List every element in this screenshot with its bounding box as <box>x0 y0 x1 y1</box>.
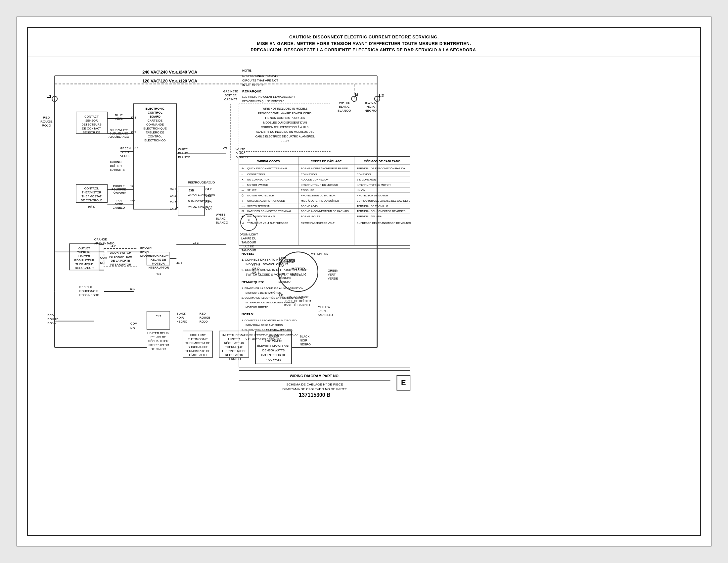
svg-text:DIAGRAMA DE CABLEADO NO DE PAR: DIAGRAMA DE CABLEADO NO DE PARTE <box>282 387 347 391</box>
svg-text:OUTLET: OUTLET <box>78 247 90 250</box>
svg-text:FIL NON COMPRIS POUR LES: FIL NON COMPRIS POUR LES <box>265 116 305 119</box>
svg-text:CABINET: CABINET <box>224 98 237 101</box>
svg-text:PROTECTOR DE MOTOR: PROTECTOR DE MOTOR <box>357 194 388 197</box>
svg-text:N: N <box>355 92 358 97</box>
svg-text:SENSOR: SENSOR <box>85 119 98 122</box>
svg-text:4700 WATS: 4700 WATS <box>266 358 281 361</box>
svg-text:VERDE: VERDE <box>328 277 338 280</box>
svg-text:SCHÉMA DE CÂBLAGE N° DE PIÈCE: SCHÉMA DE CÂBLAGE N° DE PIÈCE <box>286 383 343 386</box>
svg-text:RED\ROUGE\ROJO: RED\ROUGE\ROJO <box>188 181 215 184</box>
svg-text:J2-5: J2-5 <box>130 200 135 203</box>
svg-text:TERMOSTATO DE: TERMOSTATO DE <box>185 350 210 353</box>
svg-text:DE CALOR: DE CALOR <box>151 348 166 351</box>
svg-text:LAMPE DU: LAMPE DU <box>241 237 256 240</box>
svg-text:WIRING CODES: WIRING CODES <box>257 160 280 163</box>
svg-text:THERMOSTAT DE: THERMOSTAT DE <box>185 342 210 345</box>
svg-text:BLUE/WHITE: BLUE/WHITE <box>110 128 128 132</box>
svg-text:THERMOSTAT: THERMOSTAT <box>81 195 102 198</box>
svg-text:CÓDIGOS DE CABLEADO: CÓDIGOS DE CABLEADO <box>364 159 400 163</box>
svg-text:CHASSIS (CABINET) GROUND: CHASSIS (CABINET) GROUND <box>247 199 285 202</box>
svg-text:DE LA PORTE: DE LA PORTE <box>111 259 130 262</box>
svg-text:NO CONNECTION: NO CONNECTION <box>247 178 270 181</box>
svg-text:C4.2: C4.2 <box>170 194 176 197</box>
svg-text:ESTRUCTURA DE LA BASE DEL GABI: ESTRUCTURA DE LA BASE DEL GABINETE <box>357 199 410 202</box>
svg-text:⬡: ⬡ <box>242 194 244 197</box>
svg-text:TAMBOUR: TAMBOUR <box>242 241 256 244</box>
svg-text:DE CONTRÔLE: DE CONTRÔLE <box>81 199 102 202</box>
svg-text:240 VAC\240 Vc.a.\240 VCA: 240 VAC\240 Vc.a.\240 VCA <box>142 70 197 74</box>
svg-text:SIN CONEXIÓN: SIN CONEXIÓN <box>357 178 376 181</box>
svg-text:WHITE: WHITE <box>216 213 226 216</box>
svg-text:DE CONTACT: DE CONTACT <box>82 127 101 130</box>
svg-text:RÉGULATEUR: RÉGULATEUR <box>74 258 95 262</box>
svg-text:PURPLE: PURPLE <box>113 184 125 188</box>
svg-text:PROTECTEUR DU MOTEUR: PROTECTEUR DU MOTEUR <box>301 194 336 197</box>
wiring-diagram-svg: 240 VAC\240 Vc.a.\240 VCA 120 VAC\120 Vc… <box>28 61 700 535</box>
svg-text:INLET THERMAL: INLET THERMAL <box>222 334 246 337</box>
svg-text:J2-2: J2-2 <box>133 146 138 149</box>
svg-text:BLANC: BLANC <box>339 105 350 108</box>
svg-text:NO: NO <box>130 327 135 330</box>
svg-text:CABINET: CABINET <box>110 160 123 164</box>
svg-text:INTERRUPTOR DE MOTOR: INTERRUPTOR DE MOTOR <box>357 183 390 186</box>
svg-text:LIMITER: LIMITER <box>228 338 240 341</box>
svg-text:SWITCH CLOSED & MOTOR AT REST.: SWITCH CLOSED & MOTOR AT REST. <box>246 273 298 276</box>
svg-text:BRUN: BRUN <box>140 250 149 253</box>
svg-text:PÚRPURA: PÚRPURA <box>112 191 126 194</box>
svg-text:1. CONECTE LA SECADORA A UN CI: 1. CONECTE LA SECADORA A UN CIRCUITO <box>242 319 296 322</box>
svg-text:CONTROL: CONTROL <box>148 135 162 138</box>
svg-text:BLANC: BLANC <box>216 217 226 220</box>
svg-text:SUPRESOR DEL TRANSMISOR DE VOL: SUPRESOR DEL TRANSMISOR DE VOLTOS <box>357 221 411 224</box>
svg-text:○: ○ <box>242 173 243 176</box>
svg-text:CIRCUITS THAT ARE NOT: CIRCUITS THAT ARE NOT <box>242 79 278 82</box>
svg-text:CARTE DE: CARTE DE <box>148 119 162 122</box>
svg-text:INTERRUPTOR: INTERRUPTOR <box>148 266 169 269</box>
svg-text:BLANCO: BLANCO <box>338 109 351 112</box>
svg-text:RED: RED <box>47 314 54 317</box>
svg-text:COM: COM <box>130 322 137 325</box>
caution-header: CAUTION: DISCONNECT ELECTRIC CURRENT BEF… <box>28 28 700 57</box>
svg-text:CODES DE CÂBLAGE: CODES DE CÂBLAGE <box>311 159 341 163</box>
svg-text:AUCUNE CONNEXION: AUCUNE CONNEXION <box>301 178 329 181</box>
svg-text:J2-3: J2-3 <box>193 241 199 244</box>
svg-text:TERMINAL AISLADA: TERMINAL AISLADA <box>357 215 382 218</box>
svg-text:J4-1: J4-1 <box>176 261 182 264</box>
svg-text:C4.3: C4.3 <box>170 201 176 204</box>
svg-text:THERMISTOR: THERMISTOR <box>82 191 101 194</box>
svg-text:1. CONNECT DRYER TO A 30 AMPER: 1. CONNECT DRYER TO A 30 AMPERE <box>242 258 295 261</box>
svg-text:TAN: TAN <box>116 199 122 203</box>
svg-text:C4.1: C4.1 <box>205 194 212 197</box>
svg-text:WIRING DIAGRAM PART NO.: WIRING DIAGRAM PART NO. <box>290 374 340 378</box>
svg-text:GABINETE: GABINETE <box>110 168 125 171</box>
svg-text:BOARD: BOARD <box>150 115 160 118</box>
svg-text:INTERRUPTEUR: INTERRUPTEUR <box>109 255 132 258</box>
svg-text:DRUM LIGHT: DRUM LIGHT <box>240 233 258 236</box>
svg-text:MOTEUR ARRÊTE.: MOTEUR ARRÊTE. <box>246 306 269 309</box>
svg-text:REMARQUE:: REMARQUE: <box>242 89 262 93</box>
svg-text:NOIR: NOIR <box>300 339 307 342</box>
svg-text:J3B: J3B <box>189 189 194 192</box>
svg-text:UNION: UNION <box>357 189 365 192</box>
svg-text:C4.2: C4.2 <box>205 187 212 191</box>
svg-text:BLANCO: BLANCO <box>216 221 228 224</box>
svg-text:JAUNE: JAUNE <box>318 309 328 313</box>
svg-text:C4.3: C4.3 <box>205 201 212 204</box>
svg-text:INDIVIDUAL DE 30 AMPERIOS.: INDIVIDUAL DE 30 AMPERIOS. <box>246 324 283 327</box>
svg-text:SCREW TERMINAL: SCREW TERMINAL <box>247 205 271 208</box>
svg-text:M2: M2 <box>324 252 329 255</box>
svg-text:THERMAL: THERMAL <box>77 251 91 254</box>
svg-text:PROVIDED WITH 4-WIRE POWER COR: PROVIDED WITH 4-WIRE POWER CORD. <box>258 112 312 115</box>
svg-text:BOÎTIER: BOÎTIER <box>225 94 237 97</box>
caution-line1: CAUTION: DISCONNECT ELECTRIC CURRENT BEF… <box>34 34 694 40</box>
svg-text:CONTACT: CONTACT <box>84 115 99 118</box>
svg-text:BORNE À DÉBRANCHEMENT RAPIDE: BORNE À DÉBRANCHEMENT RAPIDE <box>301 167 348 170</box>
svg-text:TABLERO DE: TABLERO DE <box>146 131 164 134</box>
svg-text:MISE À LA TERRE DU BOÎTIER: MISE À LA TERRE DU BOÎTIER <box>301 199 339 202</box>
svg-text:IN ALL MODELS.: IN ALL MODELS. <box>242 83 265 87</box>
svg-text:ROJO: ROJO <box>42 123 51 127</box>
svg-text:ELECTRONIC: ELECTRONIC <box>145 107 165 110</box>
svg-text:BLANCO: BLANCO <box>178 156 190 159</box>
svg-text:NOIR: NOIR <box>176 316 184 319</box>
svg-text:AZUL/BLANCO: AZUL/BLANCO <box>109 135 129 138</box>
svg-text:TRANSIENT VOLT SUPPRESSOR: TRANSIENT VOLT SUPPRESSOR <box>247 221 289 224</box>
